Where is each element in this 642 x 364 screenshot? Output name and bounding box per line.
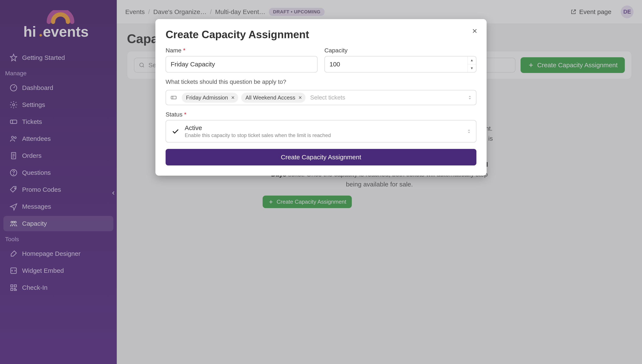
- status-label-text: Status: [166, 111, 182, 118]
- chevron-updown-icon: [467, 129, 471, 134]
- name-label-text: Name: [166, 47, 182, 54]
- modal-close-button[interactable]: [470, 26, 479, 36]
- status-value: Active: [185, 124, 331, 132]
- modal-title: Create Capacity Assignment: [166, 28, 476, 41]
- chevron-updown-icon: [467, 95, 472, 100]
- capacity-step-up[interactable]: ▲: [468, 56, 476, 64]
- svg-rect-20: [171, 96, 176, 99]
- capacity-stepper: ▲ ▼: [467, 56, 476, 72]
- modal-scrim[interactable]: Create Capacity Assignment Name * Capaci…: [0, 0, 642, 364]
- status-select[interactable]: Active Enable this capacity to stop tick…: [166, 120, 476, 142]
- status-texts: Active Enable this capacity to stop tick…: [185, 124, 331, 138]
- capacity-field-group: Capacity ▲ ▼: [325, 47, 476, 72]
- modal-submit-button[interactable]: Create Capacity Assignment: [166, 149, 476, 166]
- remove-tag-button[interactable]: [298, 95, 302, 100]
- required-asterisk: *: [184, 111, 186, 118]
- name-input[interactable]: [166, 56, 317, 72]
- required-asterisk: *: [183, 47, 185, 54]
- tickets-multiselect[interactable]: Friday Admission All Weekend Access Sele…: [166, 90, 476, 105]
- tickets-question-label: What tickets should this question be app…: [166, 78, 476, 85]
- ticket-tag-label: All Weekend Access: [245, 94, 295, 101]
- name-field-group: Name *: [166, 47, 317, 72]
- ticket-tag: All Weekend Access: [241, 93, 305, 103]
- status-help: Enable this capacity to stop ticket sale…: [185, 132, 331, 138]
- capacity-input[interactable]: [325, 56, 476, 72]
- tickets-placeholder: Select tickets: [308, 94, 345, 101]
- name-label: Name *: [166, 47, 317, 54]
- capacity-step-down[interactable]: ▼: [468, 64, 476, 72]
- remove-tag-button[interactable]: [231, 95, 235, 100]
- capacity-label: Capacity: [325, 47, 476, 54]
- close-icon: [471, 28, 478, 34]
- status-label: Status *: [166, 111, 476, 118]
- ticket-tag-label: Friday Admission: [186, 94, 228, 101]
- check-icon: [171, 127, 180, 136]
- ticket-tag: Friday Admission: [182, 93, 238, 103]
- create-capacity-modal: Create Capacity Assignment Name * Capaci…: [155, 19, 487, 176]
- ticket-icon: [170, 94, 177, 101]
